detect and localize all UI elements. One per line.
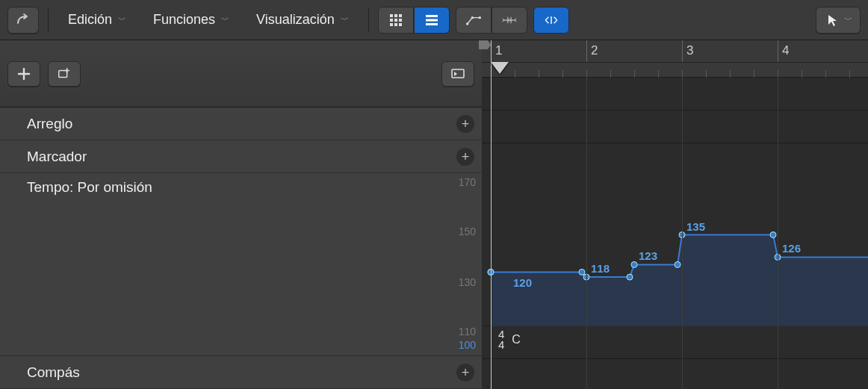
- plus-icon: +: [462, 365, 470, 381]
- add-track-button[interactable]: [7, 61, 40, 87]
- list-view-button[interactable]: [414, 7, 450, 34]
- tempo-node[interactable]: [579, 269, 585, 275]
- sidebar-subtoolbar: [0, 40, 482, 108]
- pointer-icon: [825, 13, 840, 28]
- list-icon: [424, 13, 439, 28]
- grid-view-button[interactable]: [378, 7, 414, 34]
- svg-rect-5: [399, 19, 402, 22]
- track-row-arrangement[interactable]: Arreglo +: [0, 108, 482, 140]
- screen-icon: [450, 66, 465, 81]
- chevron-down-icon: ﹀: [118, 14, 126, 25]
- chevron-down-icon: ﹀: [221, 14, 229, 25]
- pointer-tool-button[interactable]: ﹀: [816, 7, 861, 34]
- svg-rect-0: [390, 14, 393, 17]
- track-row-tempo[interactable]: Tempo: Por omisión 170 150 130 110 100: [0, 173, 482, 356]
- tempo-curve[interactable]: 120118123135126: [482, 143, 868, 326]
- view-mode-group: [378, 7, 450, 34]
- svg-rect-1: [394, 14, 397, 17]
- main-toolbar: Edición﹀ Funciones﹀ Visualización﹀: [0, 0, 868, 40]
- automation-group: [456, 7, 527, 34]
- svg-rect-6: [390, 23, 393, 26]
- duplicate-icon: [57, 66, 72, 81]
- svg-rect-7: [394, 23, 397, 26]
- svg-rect-2: [399, 14, 402, 17]
- key-signature: C: [512, 333, 521, 346]
- svg-rect-3: [390, 19, 393, 22]
- add-arrangement-button[interactable]: +: [456, 115, 474, 133]
- tempo-node[interactable]: [631, 261, 637, 267]
- timeline[interactable]: 1234 120118123135126 4 4 C: [482, 40, 868, 389]
- track-header-sidebar: Arreglo + Marcador + Tempo: Por omisión …: [0, 40, 482, 389]
- ruler[interactable]: 1234: [482, 40, 868, 78]
- svg-rect-17: [452, 69, 464, 78]
- tempo-node[interactable]: [627, 274, 633, 280]
- tempo-current-value: 100: [459, 339, 476, 351]
- svg-point-14: [479, 16, 481, 19]
- chevron-down-icon: ﹀: [844, 14, 852, 25]
- track-label: Marcador: [27, 149, 87, 165]
- tempo-node[interactable]: [675, 261, 681, 267]
- catch-playhead-button[interactable]: [441, 61, 474, 87]
- edit-menu[interactable]: Edición﹀: [58, 7, 137, 34]
- plus-icon: [16, 66, 31, 81]
- flex-button[interactable]: [492, 7, 527, 34]
- flex-icon: [502, 13, 517, 28]
- duplicate-track-button[interactable]: [48, 61, 81, 87]
- svg-rect-9: [426, 15, 438, 17]
- svg-rect-11: [426, 23, 438, 25]
- plus-icon: +: [462, 116, 470, 132]
- track-label: Tempo: Por omisión: [27, 179, 152, 196]
- svg-point-12: [466, 22, 468, 25]
- marquee-icon: [544, 13, 559, 28]
- marquee-group: [533, 7, 569, 34]
- automation-curve-button[interactable]: [456, 7, 492, 34]
- editor-area: Arreglo + Marcador + Tempo: Por omisión …: [0, 40, 868, 389]
- svg-rect-15: [551, 16, 551, 24]
- ruler-bar-number: 3: [686, 43, 693, 58]
- track-row-signature[interactable]: Compás +: [0, 356, 482, 389]
- playhead[interactable]: [491, 40, 492, 389]
- chevron-down-icon: ﹀: [341, 14, 349, 25]
- grid-icon: [388, 13, 403, 28]
- tempo-value-label: 126: [782, 242, 801, 255]
- lane-signature[interactable]: 4 4 C: [482, 326, 868, 359]
- lane-marker[interactable]: [482, 111, 868, 143]
- svg-point-13: [471, 16, 474, 19]
- svg-rect-8: [399, 23, 402, 26]
- svg-rect-16: [59, 70, 67, 77]
- add-signature-button[interactable]: +: [456, 364, 474, 382]
- back-button[interactable]: [7, 7, 39, 34]
- plus-icon: +: [462, 149, 470, 165]
- svg-rect-4: [394, 19, 397, 22]
- tempo-scale: 170 150 130 110 100: [446, 173, 476, 355]
- time-signature: 4 4: [498, 329, 504, 351]
- ruler-bar-number: 4: [782, 43, 789, 58]
- track-row-marker[interactable]: Marcador +: [0, 140, 482, 173]
- marquee-button[interactable]: [533, 7, 569, 34]
- curve-back-icon: [16, 13, 31, 28]
- view-menu[interactable]: Visualización﹀: [246, 7, 359, 34]
- lane-tempo[interactable]: 120118123135126: [482, 143, 868, 326]
- functions-menu[interactable]: Funciones﹀: [143, 7, 240, 34]
- tempo-node[interactable]: [770, 232, 776, 238]
- track-label: Arreglo: [27, 116, 72, 132]
- ruler-bar-number: 2: [591, 43, 598, 58]
- tempo-value-label: 120: [513, 276, 532, 289]
- tempo-value-label: 118: [591, 262, 610, 275]
- svg-rect-10: [426, 19, 438, 21]
- track-label: Compás: [27, 364, 80, 381]
- add-marker-button[interactable]: +: [456, 148, 474, 166]
- curve-icon: [466, 13, 481, 28]
- tempo-value-label: 123: [639, 249, 657, 262]
- ruler-bar-number: 1: [495, 43, 502, 58]
- tempo-value-label: 135: [686, 220, 705, 233]
- lane-arrangement[interactable]: [482, 78, 868, 111]
- playhead-handle[interactable]: [491, 62, 509, 74]
